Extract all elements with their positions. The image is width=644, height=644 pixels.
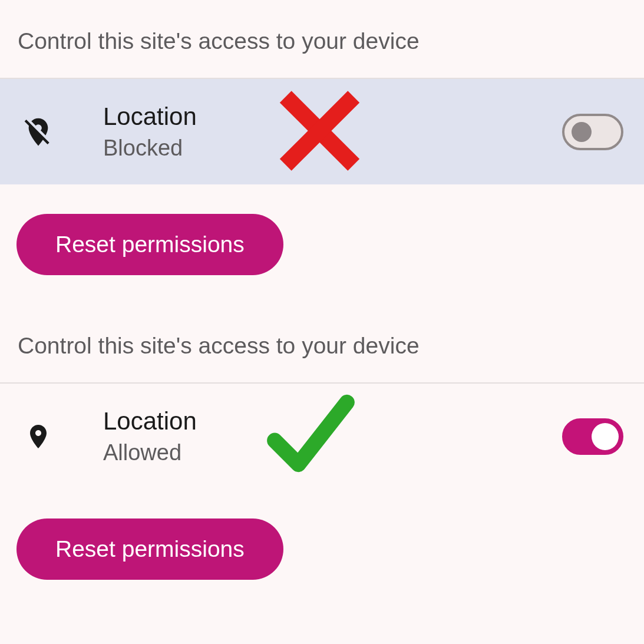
permission-status: Blocked [103, 136, 197, 161]
section-header: Control this site's access to your devic… [0, 0, 644, 78]
check-mark-icon [259, 384, 362, 489]
permission-title: Location [103, 103, 197, 131]
panel-allowed: Control this site's access to your devic… [0, 305, 644, 609]
svg-line-1 [286, 97, 354, 165]
reset-permissions-button[interactable]: Reset permissions [16, 214, 283, 275]
location-toggle[interactable] [562, 418, 623, 455]
location-toggle[interactable] [562, 114, 623, 150]
location-on-icon [21, 420, 56, 453]
x-mark-icon [271, 82, 368, 181]
permission-text: Location Blocked [103, 103, 197, 161]
panel-blocked: Control this site's access to your devic… [0, 0, 644, 305]
section-header: Control this site's access to your devic… [0, 305, 644, 382]
location-off-icon [21, 115, 56, 148]
permission-title: Location [103, 407, 197, 435]
toggle-wrapper [562, 418, 623, 455]
reset-section: Reset permissions [0, 489, 644, 609]
reset-section: Reset permissions [0, 184, 644, 305]
permission-status: Allowed [103, 440, 197, 465]
toggle-knob [572, 122, 592, 142]
toggle-wrapper [562, 114, 623, 150]
permission-text: Location Allowed [103, 407, 197, 465]
svg-line-0 [286, 97, 354, 165]
permission-row-location: Location Allowed [0, 382, 644, 489]
toggle-knob [592, 423, 619, 450]
reset-permissions-button[interactable]: Reset permissions [16, 518, 283, 580]
permission-row-location: Location Blocked [0, 78, 644, 184]
